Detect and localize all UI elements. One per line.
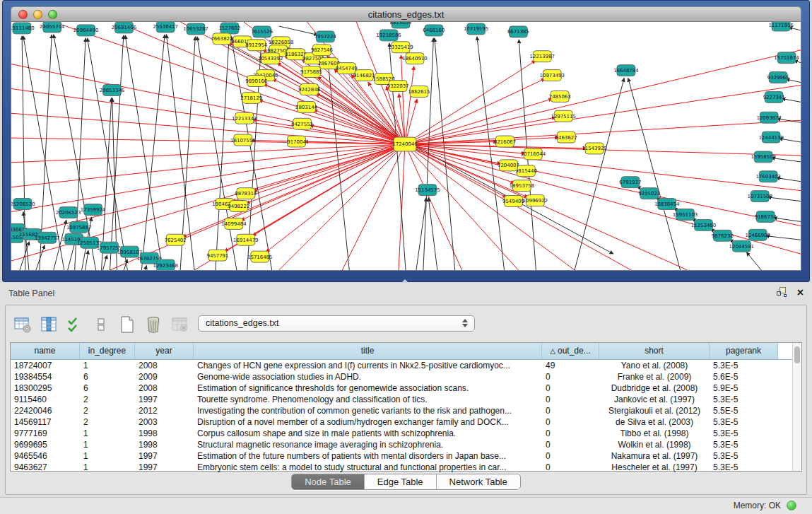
network-node[interactable]: 25538417: [153, 22, 178, 33]
network-node[interactable]: 8813054: [390, 22, 413, 28]
table-cell[interactable]: Hescheler et al. (1997): [599, 462, 710, 473]
delete-column-icon[interactable]: [143, 315, 163, 334]
table-cell[interactable]: 9465546: [11, 450, 80, 462]
table-mode-icon[interactable]: [13, 315, 33, 334]
network-node[interactable]: 9245022: [638, 188, 660, 199]
table-cell[interactable]: 5.3E-5: [710, 428, 778, 439]
unselect-all-columns-icon[interactable]: [91, 315, 111, 334]
network-node[interactable]: 20984490: [73, 25, 98, 36]
network-node[interactable]: 10996922: [523, 195, 548, 206]
table-scrollbar-thumb[interactable]: [794, 346, 800, 363]
table-cell[interactable]: 5.3E-5: [710, 360, 778, 371]
network-node[interactable]: 6791937: [619, 177, 641, 188]
table-row[interactable]: 946554611997Estimation of the future num…: [11, 450, 801, 462]
network-node[interactable]: 10975887: [66, 221, 91, 233]
network-node[interactable]: 17603403: [755, 171, 780, 182]
table-cell[interactable]: Corpus callosum shape and size in male p…: [194, 428, 542, 439]
table-cell[interactable]: 1: [80, 428, 135, 439]
table-cell[interactable]: 1: [80, 439, 135, 450]
table-cell[interactable]: 5.3E-5: [710, 394, 778, 405]
network-edge[interactable]: [11, 144, 405, 187]
table-cell[interactable]: 1997: [135, 450, 194, 462]
network-node[interactable]: 10731500: [747, 191, 772, 202]
network-node[interactable]: 9227341: [763, 91, 785, 103]
network-node[interactable]: 1862615: [408, 86, 430, 97]
close-panel-icon[interactable]: ×: [797, 287, 804, 298]
table-row[interactable]: 1830029562008Estimation of significance …: [11, 382, 801, 394]
network-edge[interactable]: [405, 85, 801, 144]
network-node[interactable]: 7663822: [211, 33, 233, 45]
table-cell[interactable]: Tourette syndrome. Phenomenology and cla…: [194, 394, 542, 405]
network-node[interactable]: 10716044: [521, 148, 546, 160]
table-cell[interactable]: de Silva et al. (2003): [599, 416, 710, 428]
network-node[interactable]: 9876230: [712, 230, 734, 241]
network-node[interactable]: 20691406: [112, 22, 136, 33]
table-cell[interactable]: Stergiakouli et al. (2012): [599, 405, 710, 416]
column-header-pagerank[interactable]: pagerank: [710, 343, 778, 359]
network-node[interactable]: 15134575: [415, 185, 440, 196]
table-cell[interactable]: Wolkin et al. (1998): [599, 439, 710, 450]
network-node[interactable]: 12213987: [530, 51, 555, 62]
table-cell[interactable]: 0: [542, 416, 599, 428]
table-cell[interactable]: Tibbo et al. (1998): [599, 428, 710, 439]
tab-node-table[interactable]: Node Table: [292, 474, 365, 489]
table-row[interactable]: 2242004622012Investigating the contribut…: [11, 405, 801, 416]
table-cell[interactable]: 2: [80, 405, 135, 416]
network-edge[interactable]: [765, 236, 801, 240]
network-edge[interactable]: [316, 93, 405, 144]
column-header-out_de[interactable]: △out_de...: [542, 343, 599, 359]
network-table-select[interactable]: citations_edges.txt: [198, 315, 475, 332]
table-cell[interactable]: 9463627: [11, 462, 80, 473]
table-cell[interactable]: 1998: [135, 428, 194, 439]
network-edge[interactable]: [11, 144, 405, 163]
table-cell[interactable]: 5.3E-5: [710, 462, 778, 473]
network-node[interactable]: 8912954: [245, 40, 268, 51]
network-node[interactable]: 17359924: [81, 204, 106, 216]
table-cell[interactable]: 2003: [135, 416, 194, 428]
network-edge[interactable]: [405, 50, 801, 144]
network-node[interactable]: 9457791: [206, 250, 228, 261]
table-cell[interactable]: Estimation of the future numbers of pati…: [194, 450, 542, 462]
table-cell[interactable]: 1: [80, 462, 135, 473]
table-cell[interactable]: 0: [542, 439, 599, 450]
network-node[interactable]: 7957224: [314, 31, 337, 42]
network-node[interactable]: 10830454: [654, 199, 680, 210]
network-node[interactable]: 11253460: [691, 219, 716, 230]
table-cell[interactable]: 0: [542, 405, 599, 416]
network-node[interactable]: 8427552: [291, 118, 313, 129]
table-cell[interactable]: 18724007: [11, 360, 80, 371]
memory-status-indicator[interactable]: [787, 501, 796, 510]
column-header-name[interactable]: name: [11, 343, 80, 359]
network-node[interactable]: 13942757: [35, 232, 59, 243]
table-cell[interactable]: Franke et al. (2009): [599, 371, 710, 382]
table-cell[interactable]: 2008: [135, 382, 194, 394]
network-edge[interactable]: [103, 255, 107, 270]
network-node[interactable]: 18953758: [510, 180, 534, 192]
network-node[interactable]: 11543929: [582, 143, 606, 154]
show-columns-icon[interactable]: [39, 315, 59, 334]
table-cell[interactable]: Estimation of significance thresholds fo…: [194, 382, 542, 394]
table-cell[interactable]: Genome-wide association studies in ADHD.: [194, 371, 542, 382]
table-cell[interactable]: 22420046: [11, 405, 80, 416]
network-node[interactable]: 11171956: [768, 22, 793, 31]
network-node[interactable]: 24055714: [40, 22, 65, 33]
table-cell[interactable]: 5.3E-5: [710, 439, 778, 450]
network-node[interactable]: 12044591: [729, 240, 754, 252]
network-node[interactable]: 7625402: [165, 234, 187, 245]
table-cell[interactable]: 9115460: [11, 394, 80, 405]
network-edge[interactable]: [575, 78, 624, 270]
network-node[interactable]: 7204007: [498, 160, 519, 171]
table-cell[interactable]: 0: [542, 371, 599, 382]
network-node[interactable]: 9890166: [245, 76, 267, 87]
network-edge[interactable]: [428, 198, 437, 270]
table-cell[interactable]: 1998: [135, 439, 194, 450]
table-scrollbar[interactable]: [792, 343, 801, 471]
network-window-titlebar[interactable]: citations_edges.txt: [11, 6, 801, 22]
network-node[interactable]: 7615526: [251, 26, 273, 37]
create-new-column-icon[interactable]: [117, 315, 137, 334]
network-node[interactable]: 15951103: [673, 209, 698, 220]
network-node[interactable]: 8878314: [235, 188, 257, 199]
table-cell[interactable]: 0: [542, 394, 599, 405]
network-edge[interactable]: [405, 117, 555, 144]
column-header-short[interactable]: short: [599, 343, 710, 359]
